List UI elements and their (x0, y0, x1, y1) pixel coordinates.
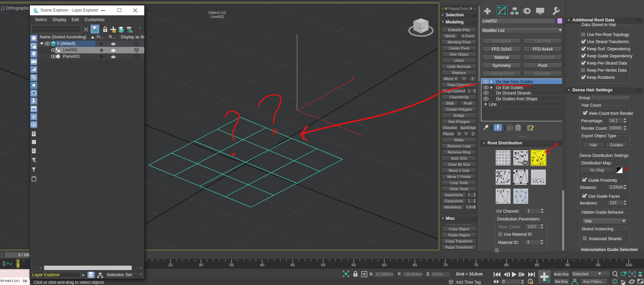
svg-text:y: y (352, 75, 354, 79)
svg-text:x: x (361, 133, 363, 138)
svg-text:FRONT: FRONT (417, 27, 424, 29)
